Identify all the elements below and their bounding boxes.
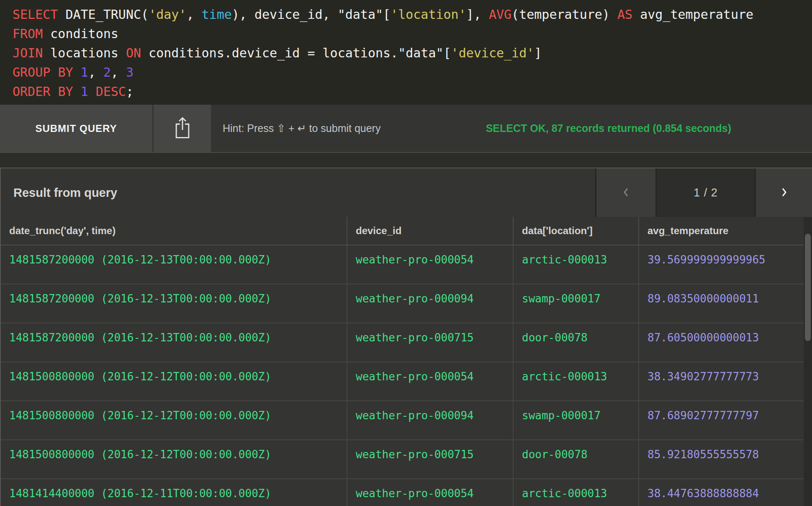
share-icon <box>174 116 191 141</box>
table-cell: weather-pro-000715 <box>347 323 514 361</box>
export-button[interactable] <box>152 105 211 152</box>
table-header: date_trunc('day', time)device_iddata['lo… <box>1 217 804 245</box>
table-cell: weather-pro-000715 <box>347 440 514 478</box>
table-cell: 1481500800000 (2016-12-12T00:00:00.000Z) <box>1 401 347 439</box>
table-cell: 38.44763888888884 <box>639 479 804 506</box>
sql-line: FROM conditons <box>13 24 812 44</box>
table-cell: weather-pro-000054 <box>347 479 514 506</box>
table-cell: 1481587200000 (2016-12-13T00:00:00.000Z) <box>1 284 347 323</box>
table-cell: weather-pro-000054 <box>347 245 514 284</box>
table-cell: 1481500800000 (2016-12-12T00:00:00.000Z) <box>1 440 347 478</box>
table-cell: swamp-000017 <box>514 401 639 439</box>
prev-page-button[interactable] <box>595 168 655 217</box>
table-cell: 39.569999999999965 <box>639 245 804 284</box>
chevron-right-icon <box>778 185 790 201</box>
results-panel: Result from query 1 / 2 date_trunc('day'… <box>0 168 812 506</box>
table-cell: 1481500800000 (2016-12-12T00:00:00.000Z) <box>1 362 347 400</box>
table-row: 1481500800000 (2016-12-12T00:00:00.000Z)… <box>1 401 804 440</box>
table-scrollbar[interactable] <box>804 217 812 506</box>
table-row: 1481500800000 (2016-12-12T00:00:00.000Z)… <box>1 440 804 479</box>
table-cell: 85.92180555555578 <box>639 440 804 478</box>
table-cell: 1481587200000 (2016-12-13T00:00:00.000Z) <box>1 323 347 361</box>
status-message: SELECT OK, 87 records returned (0.854 se… <box>486 122 731 134</box>
query-toolbar: SUBMIT QUERY Hint: Press ⇧ + ↵ to submit… <box>0 105 812 153</box>
table-cell: 87.68902777777797 <box>639 401 804 439</box>
table-cell: 38.34902777777773 <box>639 362 804 400</box>
scrollbar-thumb[interactable] <box>805 234 811 341</box>
next-page-button[interactable] <box>755 168 812 217</box>
table-cell: weather-pro-000054 <box>347 362 514 400</box>
table-cell: 87.60500000000013 <box>639 323 804 361</box>
sql-line: GROUP BY 1, 2, 3 <box>13 63 812 82</box>
sql-line: JOIN locations ON conditions.device_id =… <box>13 44 812 63</box>
column-header: data['location'] <box>514 217 639 245</box>
column-header: date_trunc('day', time) <box>1 217 347 245</box>
hint-text: Hint: Press ⇧ + ↵ to submit query <box>223 122 380 134</box>
table-cell: weather-pro-000094 <box>347 401 514 439</box>
table-row: 1481500800000 (2016-12-12T00:00:00.000Z)… <box>1 362 804 401</box>
table-row: 1481414400000 (2016-12-11T00:00:00.000Z)… <box>1 479 804 506</box>
table-cell: 1481587200000 (2016-12-13T00:00:00.000Z) <box>1 245 347 284</box>
table-cell: arctic-000013 <box>514 362 639 400</box>
table-cell: arctic-000013 <box>514 479 639 506</box>
results-table: date_trunc('day', time)device_iddata['lo… <box>1 217 812 506</box>
table-cell: 1481414400000 (2016-12-11T00:00:00.000Z) <box>1 479 347 506</box>
table-row: 1481587200000 (2016-12-13T00:00:00.000Z)… <box>1 284 804 323</box>
chevron-left-icon <box>620 185 632 201</box>
table-row: 1481587200000 (2016-12-13T00:00:00.000Z)… <box>1 323 804 362</box>
results-header: Result from query 1 / 2 <box>1 168 812 217</box>
table-body: 1481587200000 (2016-12-13T00:00:00.000Z)… <box>1 245 804 506</box>
column-header: device_id <box>347 217 514 245</box>
table-cell: swamp-000017 <box>514 284 639 323</box>
toolbar-status-area: Hint: Press ⇧ + ↵ to submit query SELECT… <box>211 105 812 152</box>
results-title: Result from query <box>13 186 117 200</box>
sql-line: SELECT DATE_TRUNC('day', time), device_i… <box>13 5 812 24</box>
table-cell: door-00078 <box>514 440 639 478</box>
sql-editor[interactable]: SELECT DATE_TRUNC('day', time), device_i… <box>0 0 812 105</box>
page-indicator: 1 / 2 <box>655 168 755 217</box>
table-cell: 89.08350000000011 <box>639 284 804 323</box>
table-cell: door-00078 <box>514 323 639 361</box>
table-cell: arctic-000013 <box>514 245 639 284</box>
submit-query-button[interactable]: SUBMIT QUERY <box>0 105 152 152</box>
table-cell: weather-pro-000094 <box>347 284 514 323</box>
sql-line: ORDER BY 1 DESC; <box>13 82 812 101</box>
table-row: 1481587200000 (2016-12-13T00:00:00.000Z)… <box>1 245 804 284</box>
column-header: avg_temperature <box>639 217 804 245</box>
